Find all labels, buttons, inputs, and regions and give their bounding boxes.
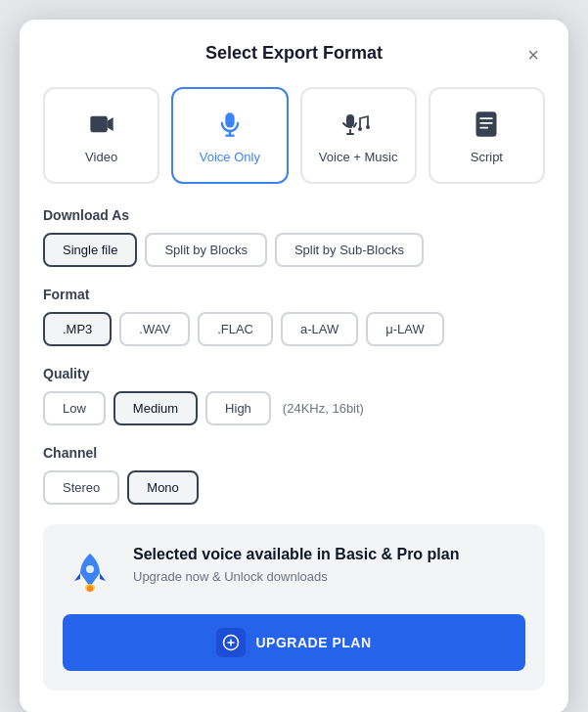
export-option-script-label: Script: [471, 150, 503, 164]
export-option-voice-music-label: Voice + Music: [319, 150, 398, 164]
upgrade-text-block: Selected voice available in Basic & Pro …: [133, 544, 459, 584]
svg-point-8: [358, 127, 362, 131]
modal-title: Select Export Format: [205, 43, 383, 64]
quality-label: Quality: [43, 366, 545, 381]
video-icon: [84, 107, 119, 142]
export-options-row: Video Voice Only: [43, 87, 545, 184]
modal-header: Select Export Format ×: [43, 43, 545, 64]
upgrade-box: Selected voice available in Basic & Pro …: [43, 524, 545, 690]
format-mp3-button[interactable]: .MP3: [43, 312, 112, 346]
channel-section: Channel Stereo Mono: [43, 445, 545, 505]
export-option-video[interactable]: Video: [43, 87, 159, 184]
quality-options: Low Medium High: [43, 391, 271, 425]
mic-icon: [212, 107, 248, 142]
export-option-voice-only-label: Voice Only: [200, 150, 260, 164]
channel-stereo-button[interactable]: Stereo: [43, 470, 119, 505]
svg-point-9: [366, 125, 370, 129]
format-options: .MP3 .WAV .FLAC a-LAW μ-LAW: [43, 312, 545, 346]
quality-low-button[interactable]: Low: [43, 391, 106, 425]
svg-rect-5: [346, 114, 354, 127]
download-as-section: Download As Single file Split by Blocks …: [43, 207, 545, 267]
format-ulaw-button[interactable]: μ-LAW: [366, 312, 444, 346]
svg-rect-10: [476, 111, 497, 137]
export-option-voice-only[interactable]: Voice Only: [171, 87, 288, 184]
channel-options: Stereo Mono: [43, 470, 545, 505]
svg-marker-1: [107, 117, 113, 131]
download-split-blocks-button[interactable]: Split by Blocks: [145, 233, 267, 267]
svg-rect-0: [90, 116, 108, 132]
channel-mono-button[interactable]: Mono: [127, 470, 199, 505]
svg-rect-2: [225, 112, 234, 127]
close-button[interactable]: ×: [521, 43, 545, 67]
format-section: Format .MP3 .WAV .FLAC a-LAW μ-LAW: [43, 287, 545, 346]
upgrade-plan-button[interactable]: UPGRADE PLAN: [63, 614, 525, 671]
format-alaw-button[interactable]: a-LAW: [281, 312, 358, 346]
export-option-script[interactable]: Script: [429, 87, 545, 184]
upgrade-btn-icon: [216, 628, 246, 657]
export-format-modal: Select Export Format × Video: [20, 20, 568, 712]
download-as-options: Single file Split by Blocks Split by Sub…: [43, 233, 545, 267]
quality-section: Quality Low Medium High (24KHz, 16bit): [43, 366, 545, 425]
quality-hint: (24KHz, 16bit): [283, 401, 364, 416]
download-single-file-button[interactable]: Single file: [43, 233, 137, 267]
export-option-video-label: Video: [85, 150, 117, 164]
quality-medium-button[interactable]: Medium: [113, 391, 198, 425]
upgrade-plan-label: UPGRADE PLAN: [255, 635, 371, 650]
export-option-voice-music[interactable]: Voice + Music: [300, 87, 417, 184]
quality-high-button[interactable]: High: [205, 391, 271, 425]
upgrade-top: Selected voice available in Basic & Pro …: [63, 544, 525, 599]
quality-options-row: Low Medium High (24KHz, 16bit): [43, 391, 545, 425]
format-flac-button[interactable]: .FLAC: [198, 312, 273, 346]
format-label: Format: [43, 287, 545, 302]
download-as-label: Download As: [43, 207, 545, 223]
rocket-icon: [63, 544, 117, 599]
upgrade-title: Selected voice available in Basic & Pro …: [133, 544, 459, 565]
svg-point-17: [87, 586, 93, 592]
download-split-subblocks-button[interactable]: Split by Sub-Blocks: [275, 233, 424, 267]
mic-music-icon: [340, 107, 376, 142]
svg-point-15: [86, 565, 94, 573]
upgrade-subtitle: Upgrade now & Unlock downloads: [133, 569, 459, 584]
channel-label: Channel: [43, 445, 545, 461]
format-wav-button[interactable]: .WAV: [119, 312, 190, 346]
script-icon: [469, 107, 504, 142]
